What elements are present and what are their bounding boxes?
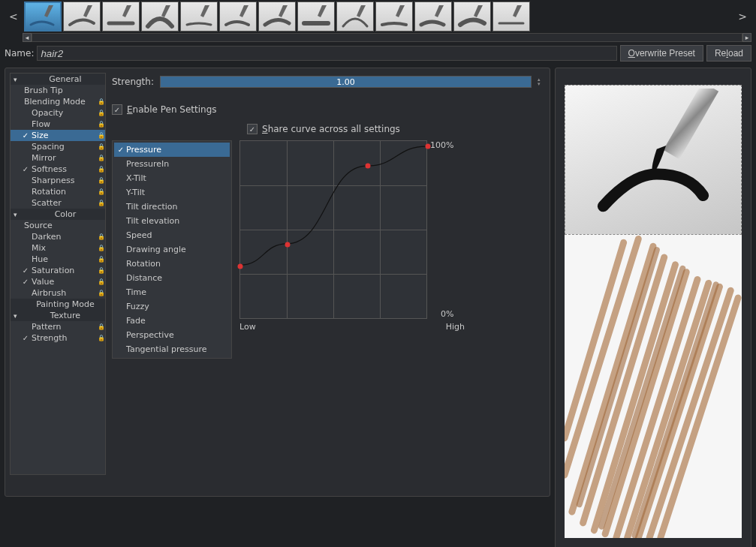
sensor-tilt-elevation[interactable]: Tilt elevation [114,214,230,228]
sensor-rotation[interactable]: Rotation [114,257,230,271]
tree-item-sharpness[interactable]: Sharpness🔒 [11,175,105,186]
curve-low-label: Low [239,322,256,332]
enable-pen-checkbox[interactable]: ✓ [112,104,122,115]
sensor-x-tilt[interactable]: X-Tilt [114,171,230,185]
overwrite-preset-button[interactable]: Overwrite Preset [620,45,703,62]
curve-node-3[interactable] [426,144,431,149]
tree-item-opacity[interactable]: Opacity🔒 [11,107,105,119]
strength-slider[interactable]: 1.00 [160,76,532,88]
sensor-distance[interactable]: Distance [114,271,230,285]
tree-item-size[interactable]: ✓Size🔒 [11,130,105,141]
brush-thumb-7[interactable] [297,2,335,32]
sensor-perspective[interactable]: Perspective [114,328,230,342]
tree-item-blending-mode[interactable]: Blending Mode🔒 [11,96,105,107]
sensor-tilt-direction[interactable]: Tilt direction [114,200,230,214]
brush-stroke-preview [565,235,742,538]
enable-pen-label: Enable Pen Settings [127,104,217,115]
settings-panel: ▾GeneralBrush TipBlending Mode🔒Opacity🔒F… [5,68,550,497]
brush-thumb-12[interactable] [492,2,530,32]
brush-preview-panel [555,68,751,547]
tree-item-softness[interactable]: ✓Softness🔒 [11,164,105,175]
overwrite-label: verwrite Preset [635,48,695,59]
brush-thumb-6[interactable] [258,2,296,32]
tree-item-darken[interactable]: Darken🔒 [11,231,105,242]
sensor-drawing-angle[interactable]: Drawing angle [114,242,230,257]
strength-label: Strength: [112,77,154,87]
tree-group-color[interactable]: ▾Color [11,209,105,220]
brush-scroll-right[interactable]: ▸ [742,33,751,42]
tree-item-saturation[interactable]: ✓Saturation🔒 [11,265,105,276]
tree-item-mix[interactable]: Mix🔒 [11,242,105,254]
tree-item-airbrush[interactable]: Airbrush🔒 [11,287,105,299]
preset-name-input[interactable] [37,46,616,61]
sensor-input-list[interactable]: ✓PressurePressureInX-TiltY-TiltTilt dire… [112,140,232,359]
tree-item-scatter[interactable]: Scatter🔒 [11,197,105,209]
tree-item-brush-tip[interactable]: Brush Tip [11,85,105,96]
sensor-fuzzy[interactable]: Fuzzy [114,299,230,314]
property-tree[interactable]: ▾GeneralBrush TipBlending Mode🔒Opacity🔒F… [10,73,106,475]
brush-thumb-9[interactable] [375,2,413,32]
sensor-y-tilt[interactable]: Y-Tilt [114,185,230,200]
brush-strip-next[interactable]: > [733,11,751,23]
tree-group-general[interactable]: ▾General [11,74,105,85]
sensor-tangential-pressure[interactable]: Tangential pressure [114,342,230,356]
brush-scroll-left[interactable]: ◂ [23,33,32,42]
tree-item-pattern[interactable]: Pattern🔒 [11,321,105,332]
sensor-speed[interactable]: Speed [114,228,230,242]
brush-thumb-2[interactable] [102,2,140,32]
curve-high-label: High [446,322,465,332]
curve-min-label: 0% [430,309,453,319]
brush-thumb-0[interactable] [24,2,62,32]
sensor-pressure[interactable]: ✓Pressure [114,143,230,157]
brush-thumb-8[interactable] [336,2,374,32]
tree-item-source[interactable]: Source [11,220,105,231]
tree-item-rotation[interactable]: Rotation🔒 [11,186,105,197]
brush-thumbnail-strip [24,2,733,32]
preset-name-label: Name: [5,48,34,59]
tree-item-mirror[interactable]: Mirror🔒 [11,152,105,164]
curve-node-2[interactable] [366,164,371,169]
brush-thumb-11[interactable] [453,2,491,32]
strength-spinner[interactable]: ▴▾ [538,77,545,86]
curve-node-1[interactable] [285,242,290,248]
tree-group-texture[interactable]: ▾Texture [11,310,105,321]
sensor-fade[interactable]: Fade [114,314,230,328]
brush-thumb-4[interactable] [180,2,218,32]
brush-tip-preview [565,85,742,235]
brush-scrollbar[interactable] [32,33,742,42]
brush-strip-prev[interactable]: < [5,11,23,23]
reload-button[interactable]: Reload [706,45,751,62]
curve-node-0[interactable] [238,263,243,269]
sensor-time[interactable]: Time [114,285,230,299]
tree-item-spacing[interactable]: Spacing🔒 [11,141,105,152]
sensor-pressurein[interactable]: PressureIn [114,157,230,171]
svg-rect-0 [664,89,719,159]
share-curve-label: Share curve across all settings [262,124,400,134]
strength-value: 1.00 [336,77,355,87]
tree-item-flow[interactable]: Flow🔒 [11,119,105,130]
curve-max-label: 100% [430,140,453,150]
brush-thumb-3[interactable] [141,2,179,32]
response-curve-editor[interactable] [239,140,427,319]
tree-group-painting-mode[interactable]: Painting Mode [11,299,105,310]
share-curve-checkbox[interactable]: ✓ [247,124,258,134]
tree-item-value[interactable]: ✓Value🔒 [11,276,105,287]
brush-thumb-1[interactable] [63,2,101,32]
brush-thumb-10[interactable] [414,2,452,32]
tree-item-strength[interactable]: ✓Strength🔒 [11,332,105,344]
tree-item-hue[interactable]: Hue🔒 [11,254,105,265]
brush-thumb-5[interactable] [219,2,257,32]
